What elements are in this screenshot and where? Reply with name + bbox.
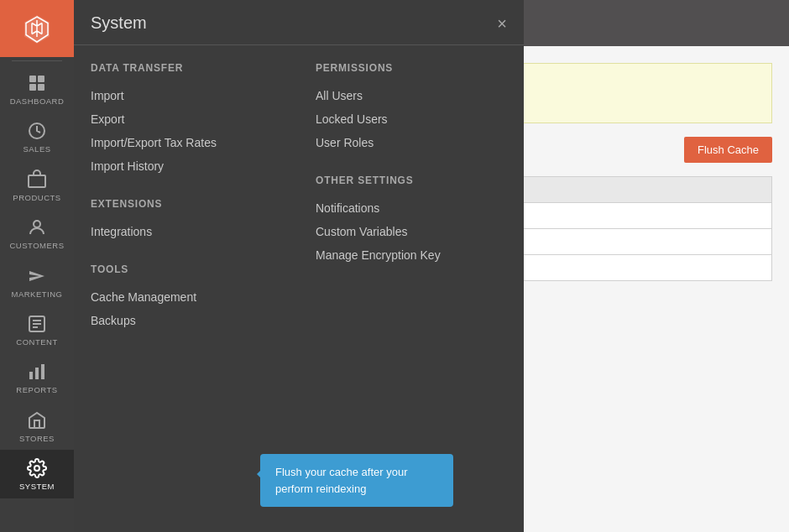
svg-point-11 xyxy=(34,466,39,471)
data-transfer-section: Data Transfer Import Export Import/Expor… xyxy=(91,62,282,178)
svg-rect-9 xyxy=(35,368,39,379)
extensions-section: Extensions Integrations xyxy=(91,198,282,243)
other-settings-heading: Other Settings xyxy=(316,175,507,186)
svg-rect-0 xyxy=(29,76,36,82)
menu-item-import-export-tax[interactable]: Import/Export Tax Rates xyxy=(91,131,282,154)
menu-item-notifications[interactable]: Notifications xyxy=(316,196,507,220)
sidebar-item-sales[interactable]: SALES xyxy=(0,112,74,160)
sidebar-item-system[interactable]: SYSTEM xyxy=(0,450,74,498)
menu-item-manage-encryption[interactable]: Manage Encryption Key xyxy=(316,243,507,267)
tooltip-bubble: Flush your cache after your perform rein… xyxy=(260,454,453,507)
menu-right-column: Permissions All Users Locked Users User … xyxy=(299,62,524,515)
svg-rect-5 xyxy=(29,175,45,187)
menu-item-import[interactable]: Import xyxy=(91,84,282,107)
menu-item-cache-management[interactable]: Cache Management xyxy=(91,285,282,309)
sidebar-item-reports[interactable]: REPORTS xyxy=(0,353,74,401)
tools-section: Tools Cache Management Backups xyxy=(91,263,282,332)
menu-item-import-history[interactable]: Import History xyxy=(91,154,282,178)
svg-rect-8 xyxy=(29,372,33,379)
tools-heading: Tools xyxy=(91,263,282,275)
menu-item-locked-users[interactable]: Locked Users xyxy=(316,107,507,131)
menu-title: System xyxy=(91,13,147,33)
sidebar-item-stores[interactable]: STORES xyxy=(0,402,74,450)
sidebar-divider-top xyxy=(12,60,62,61)
menu-item-custom-variables[interactable]: Custom Variables xyxy=(316,220,507,243)
menu-item-backups[interactable]: Backups xyxy=(91,309,282,332)
menu-close-button[interactable]: × xyxy=(497,15,507,32)
svg-rect-3 xyxy=(38,84,44,91)
sidebar-item-products[interactable]: PRODUCTS xyxy=(0,161,74,209)
svg-rect-10 xyxy=(41,364,44,379)
data-transfer-heading: Data Transfer xyxy=(91,62,282,74)
sidebar-item-customers[interactable]: CUSTOMERS xyxy=(0,209,74,257)
svg-rect-1 xyxy=(38,76,44,82)
permissions-section: Permissions All Users Locked Users User … xyxy=(316,62,507,154)
other-settings-section: Other Settings Notifications Custom Vari… xyxy=(316,175,507,267)
menu-item-integrations[interactable]: Integrations xyxy=(91,220,282,243)
permissions-heading: Permissions xyxy=(316,62,507,74)
flush-cache-button[interactable]: Flush Cache xyxy=(684,137,772,163)
sidebar-item-content[interactable]: CONTENT xyxy=(0,305,74,353)
sidebar-item-dashboard[interactable]: DASHBOARD xyxy=(0,65,74,112)
menu-header: System × xyxy=(74,0,524,45)
magento-logo[interactable] xyxy=(0,0,74,57)
extensions-heading: Extensions xyxy=(91,198,282,210)
menu-left-column: Data Transfer Import Export Import/Expor… xyxy=(74,62,299,515)
tooltip-text: Flush your cache after your perform rein… xyxy=(275,466,408,495)
sidebar-item-marketing[interactable]: MARKETING xyxy=(0,258,74,305)
sidebar: DASHBOARD SALES PRODUCTS CUSTOMERS MARKE… xyxy=(0,0,74,532)
menu-item-all-users[interactable]: All Users xyxy=(316,84,507,107)
menu-item-export[interactable]: Export xyxy=(91,107,282,131)
svg-point-6 xyxy=(34,221,40,227)
system-menu-overlay: System × Data Transfer Import Export Imp… xyxy=(74,0,524,532)
menu-item-user-roles[interactable]: User Roles xyxy=(316,131,507,154)
svg-rect-2 xyxy=(29,84,36,91)
